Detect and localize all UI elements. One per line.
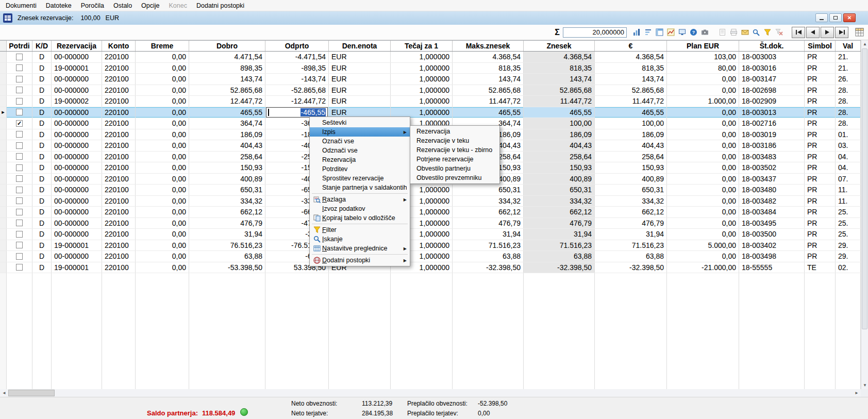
mail-icon[interactable] — [739, 27, 750, 38]
help-icon[interactable]: ? — [688, 27, 699, 38]
header-cell-rez[interactable]: Rezervacija — [52, 41, 102, 51]
last-record-button[interactable] — [835, 27, 848, 38]
scroll-down-button[interactable]: ▼ — [861, 381, 868, 389]
header-cell-eur[interactable]: € — [595, 41, 667, 51]
context-menu-item-nastavitve-preglednice[interactable]: Nastavitve preglednice▶ — [310, 244, 410, 253]
row-checkbox[interactable] — [16, 142, 23, 149]
menubar-item-opcije[interactable]: Opcije — [137, 0, 164, 11]
menubar-item-ostalo[interactable]: Ostalo — [109, 0, 137, 11]
scroll-up-button[interactable]: ▲ — [861, 40, 868, 48]
table-row[interactable]: D00-0000002201000,00662,12-662,12EUR1,00… — [0, 207, 868, 218]
submenu-item-potrjene-rezervacije[interactable]: Potrjene rezervacije — [410, 155, 499, 164]
table-row[interactable]: D19-0000012201000,00898,35-898,35EUR1,00… — [0, 63, 868, 74]
row-checkbox[interactable] — [16, 242, 23, 248]
context-menu-item-odznaci-vse[interactable]: Odznači vse — [310, 146, 410, 155]
report-icon[interactable] — [716, 27, 728, 38]
submenu-item-obvestilo-prevzemniku[interactable]: Obvestilo prevzemniku — [410, 173, 499, 182]
header-cell-plan[interactable]: Plan EUR — [667, 41, 739, 51]
submenu-item-obvestilo-partnerju[interactable]: Obvestilo partnerju — [410, 164, 499, 173]
row-checkbox[interactable] — [16, 175, 23, 182]
search-icon[interactable] — [750, 27, 762, 38]
context-menu-item-filter[interactable]: Filter — [310, 225, 410, 234]
header-cell-konto[interactable]: Konto — [102, 41, 136, 51]
row-checkbox[interactable] — [16, 187, 23, 193]
row-checkbox[interactable] — [16, 76, 23, 82]
minimize-button[interactable] — [815, 13, 828, 22]
header-cell-maks[interactable]: Maks.znesek — [453, 41, 524, 51]
chart-analysis-icon[interactable] — [665, 27, 676, 38]
row-checkbox[interactable] — [16, 231, 23, 238]
row-checkbox[interactable] — [16, 197, 23, 204]
header-cell-val[interactable]: Val — [836, 41, 861, 51]
header-cell-simbol[interactable]: Simbol — [805, 41, 836, 51]
row-checkbox[interactable] — [16, 98, 23, 105]
next-record-button[interactable] — [821, 27, 834, 38]
submenu-item-rezervacije-v-teku-zbirno[interactable]: Rezervacije v teku - zbirno — [410, 145, 499, 155]
table-row[interactable]: D19-0000012201000,0076.516,23-76.516,23E… — [0, 240, 868, 252]
table-row[interactable]: D19-0000012201000,00-53.398,5053.398,50E… — [0, 262, 868, 274]
maximize-button[interactable] — [829, 13, 842, 22]
scroll-right-button[interactable]: ► — [853, 389, 861, 397]
chart-column-icon[interactable] — [631, 27, 642, 38]
filter-icon[interactable] — [762, 27, 773, 38]
pivot-table-icon[interactable] — [654, 27, 665, 38]
monitor-icon[interactable] — [676, 27, 688, 38]
row-checkbox[interactable] — [16, 131, 23, 138]
grid-icon[interactable] — [854, 27, 865, 38]
context-menu-item-iskanje[interactable]: Iskanje — [310, 234, 410, 244]
table-row[interactable]: D00-0000002201000,00476,79-476,79EUR1,00… — [0, 218, 868, 229]
menubar-item-dodatni-postopki[interactable]: Dodatni postopki — [192, 0, 249, 11]
submenu-item-rezervacija[interactable]: Rezervacija — [410, 127, 499, 136]
table-row[interactable]: D00-0000002201000,004.471,54-4.471,54EUR… — [0, 52, 868, 63]
table-row[interactable]: D00-0000002201000,00334,32-334,32EUR1,00… — [0, 196, 868, 207]
row-checkbox[interactable] — [16, 153, 23, 160]
horizontal-scroll-thumb[interactable] — [8, 390, 55, 396]
table-row[interactable]: D00-0000002201000,00143,74-143,74EUR1,00… — [0, 74, 868, 85]
horizontal-scroll-track[interactable] — [8, 389, 853, 397]
menubar-item-datoteke[interactable]: Datoteke — [41, 0, 76, 11]
header-cell-odprto[interactable]: Odprto — [265, 41, 329, 51]
vertical-scroll-thumb[interactable] — [862, 48, 867, 329]
row-checkbox[interactable] — [16, 253, 23, 260]
table-row[interactable]: D00-0000002201000,0052.865,68-52.865,68E… — [0, 85, 868, 96]
header-cell-breme[interactable]: Breme — [136, 41, 189, 51]
header-cell-znesek[interactable]: Znesek — [524, 41, 595, 51]
cell-editor[interactable]: -465,55 — [266, 107, 328, 118]
table-row[interactable]: D19-0000022201000,0012.447,72-12.447,72E… — [0, 96, 868, 107]
row-checkbox[interactable] — [16, 109, 23, 115]
row-checkbox[interactable] — [16, 264, 23, 271]
vertical-scrollbar[interactable]: ▲ ▼ — [861, 40, 868, 389]
header-cell-kd[interactable]: K/D — [32, 41, 52, 51]
header-cell-stdok[interactable]: Št.dok. — [739, 41, 805, 51]
row-checkbox[interactable] — [16, 209, 23, 215]
table-row[interactable]: D00-0000002201000,00650,31-650,31EUR1,00… — [0, 185, 868, 196]
sum-sigma-icon[interactable]: Σ — [552, 28, 563, 37]
row-checkbox[interactable] — [16, 220, 23, 226]
context-menu-item-rezervacija[interactable]: Rezervacija — [310, 155, 410, 164]
scroll-left-button[interactable]: ◄ — [0, 389, 8, 397]
header-cell-tecaj[interactable]: Tečaj za 1 — [391, 41, 453, 51]
menubar-item-porocila[interactable]: Poročila — [76, 0, 109, 11]
print-icon[interactable] — [728, 27, 739, 38]
row-checkbox[interactable]: ✓ — [16, 120, 23, 127]
row-checkbox[interactable] — [16, 87, 23, 93]
row-checkbox[interactable] — [16, 164, 23, 171]
header-cell-den[interactable]: Den.enota — [329, 41, 391, 51]
table-row[interactable]: ▸D00-0000002201000,00465,55-465,55EUR1,0… — [0, 107, 868, 119]
row-checkbox[interactable] — [16, 64, 23, 71]
context-menu-item-sprostitev-rezervacije[interactable]: Sprostitev rezervacije — [310, 174, 410, 183]
header-cell-potrdi[interactable]: Potrdi — [7, 41, 32, 51]
camera-icon[interactable] — [699, 27, 710, 38]
sort-lines-icon[interactable] — [642, 27, 654, 38]
context-menu-item-oznaci-vse[interactable]: Označi vse — [310, 137, 410, 146]
context-menu-item-dodatni-postopki[interactable]: Dodatni postopki▶ — [310, 256, 410, 265]
context-menu-item-kopiraj-tabelo-v-odlozisce[interactable]: Kopiraj tabelo v odložišče — [310, 213, 410, 223]
table-row[interactable]: D00-0000002201000,0063,88-63,88EUR1,0000… — [0, 251, 868, 262]
submenu-item-rezervacije-v-teku[interactable]: Rezervacije v teku — [410, 136, 499, 145]
context-menu-item-potrditev[interactable]: Potrditev — [310, 164, 410, 174]
context-menu-item-izpis[interactable]: Izpis▶ — [310, 127, 410, 137]
header-cell-dobro[interactable]: Dobro — [189, 41, 265, 51]
clear-filter-icon[interactable] — [773, 27, 784, 38]
context-menu-item-stanje-partnerja-v-saldakontih[interactable]: Stanje partnerja v saldakontih — [310, 183, 410, 192]
menubar-item-dokumenti[interactable]: Dokumenti — [1, 0, 41, 11]
